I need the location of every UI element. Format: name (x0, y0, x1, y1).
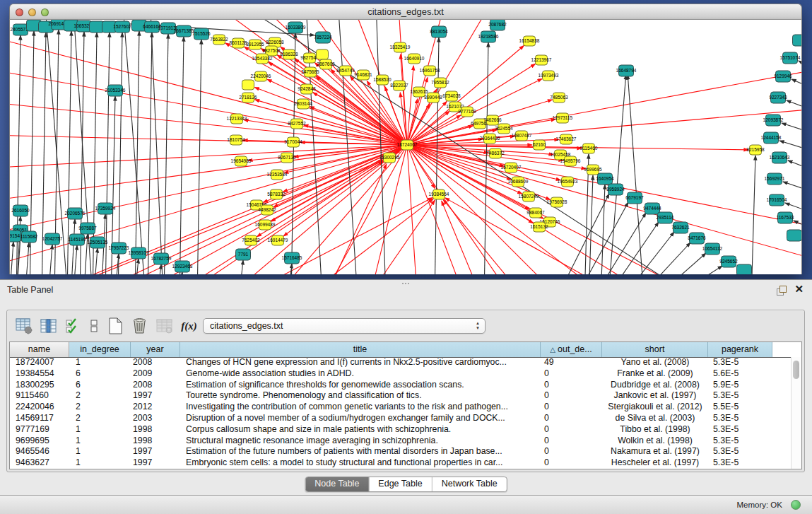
table-selector-dropdown[interactable]: citations_edges.txt ▲▼ (203, 318, 486, 334)
graph-node[interactable]: 17957223 (109, 243, 129, 254)
graph-node[interactable]: 1810754 (227, 135, 245, 145)
graph-node[interactable]: 12505135 (88, 237, 108, 248)
function-builder-icon[interactable]: f(x) (180, 317, 199, 336)
graph-node[interactable]: 19654985 (231, 156, 252, 166)
graph-node[interactable] (793, 35, 802, 46)
close-panel-icon[interactable]: ✕ (794, 284, 804, 295)
delete-table-icon[interactable] (130, 317, 149, 336)
graph-node[interactable]: 19654923 (558, 177, 578, 187)
table-row[interactable]: 911546021997Tourette syndrome. Phenomeno… (10, 390, 792, 402)
graph-node[interactable]: 9146821 (354, 70, 372, 80)
graph-node[interactable]: 16099489 (255, 220, 276, 230)
graph-node[interactable]: 16033809 (286, 22, 306, 33)
table-row[interactable]: 2242004622012Investigating the contribut… (10, 402, 792, 413)
graph-node[interactable]: 2803144 (294, 99, 312, 109)
window-titlebar[interactable]: citations_edges.txt (9, 4, 802, 20)
graph-node[interactable]: 10654112 (702, 243, 723, 255)
graph-node[interactable]: 7857224 (314, 32, 332, 43)
graph-node[interactable]: 9975887 (78, 223, 97, 234)
scrollbar-thumb[interactable] (793, 361, 799, 379)
graph-node[interactable]: 2087682 (488, 20, 507, 30)
table-row[interactable]: 1872400712008Changes of HCN gene express… (10, 357, 792, 368)
graph-node[interactable]: 9129946 (774, 71, 792, 82)
table-row[interactable]: 946362711997Embryonic stem cells: a mode… (10, 457, 792, 469)
graph-node[interactable]: 1115682 (20, 231, 38, 243)
graph-node[interactable]: 1527602 (113, 21, 131, 33)
graph-node[interactable]: 2616050 (11, 205, 30, 216)
graph-node[interactable]: 16648794 (616, 65, 637, 76)
graph-node[interactable]: 1588520 (373, 75, 392, 85)
select-column-icon[interactable] (39, 317, 58, 336)
graph-node[interactable]: 12353584 (267, 170, 288, 180)
graph-node[interactable] (737, 264, 752, 274)
graph-node[interactable]: 12042757 (42, 233, 63, 245)
column-header-indegree[interactable]: in_degree (69, 342, 131, 357)
graph-node[interactable]: 5878332 (267, 189, 286, 199)
column-header-title[interactable]: title (180, 342, 541, 357)
graph-node[interactable]: 9170044 (284, 137, 302, 147)
graph-node[interactable]: 2935114 (657, 212, 674, 223)
graph-node[interactable]: 12213967 (531, 55, 552, 65)
graph-node[interactable]: 8813054 (430, 26, 448, 37)
graph-node[interactable]: 7955812 (431, 78, 449, 88)
graph-node[interactable]: 16154838 (519, 36, 540, 46)
graph-node[interactable]: 15807249 (519, 192, 539, 201)
table-row[interactable]: 1830029562008Estimation of significance … (10, 380, 792, 391)
graph-node[interactable]: 12093872 (763, 115, 784, 126)
graph-node[interactable]: 9777169 (458, 107, 476, 117)
graph-node[interactable]: 15692971 (765, 173, 785, 185)
column-header-short[interactable]: short (602, 342, 708, 357)
graph-node[interactable]: 8322037 (390, 81, 408, 90)
graph-node[interactable]: 16961758 (420, 66, 440, 76)
graph-node[interactable]: 1640954 (596, 173, 614, 185)
row-height-icon[interactable] (88, 317, 100, 336)
graph-node[interactable]: 17359924 (95, 203, 116, 214)
graph-node[interactable]: 7515526 (192, 28, 211, 40)
graph-node[interactable]: 8215958 (746, 145, 765, 155)
graph-node[interactable]: 19218586 (478, 31, 499, 42)
graph-node[interactable]: 3624554 (495, 124, 513, 134)
column-header-name[interactable]: name (10, 342, 69, 357)
graph-node[interactable]: 20206576 (65, 208, 86, 219)
graph-node[interactable]: 8427552 (288, 119, 306, 129)
graph-node[interactable]: 9115460 (580, 144, 598, 153)
graph-node[interactable]: 7625402 (242, 235, 260, 245)
graph-node[interactable]: 12213343 (227, 114, 247, 124)
float-panel-icon[interactable] (777, 286, 787, 295)
tab-edge-table[interactable]: Edge Table (368, 477, 431, 491)
graph-node[interactable]: 10688609 (508, 177, 529, 187)
table-row[interactable]: 946554611997Estimation of the future num… (10, 446, 792, 457)
graph-node[interactable]: 17463627 (556, 134, 577, 144)
graph-node[interactable]: 15716485 (282, 252, 302, 264)
network-canvas[interactable]: 2405571420691406106532571527602646616210… (9, 20, 802, 274)
memory-status-indicator[interactable] (791, 500, 801, 510)
graph-node[interactable]: 16914479 (268, 235, 288, 245)
graph-node[interactable] (242, 80, 254, 90)
column-header-outde[interactable]: △out_de... (541, 342, 602, 357)
graph-node[interactable]: 16782759 (151, 253, 172, 264)
table-settings-icon[interactable] (14, 317, 33, 336)
graph-node[interactable]: 7632621 (671, 222, 690, 233)
graph-node[interactable]: 21053346 (105, 85, 126, 96)
graph-node[interactable]: 10807487 (512, 131, 532, 141)
graph-node[interactable]: 39154 (10, 230, 21, 242)
graph-node[interactable]: 2718126 (239, 93, 257, 103)
graph-node[interactable]: 19495796 (560, 156, 581, 166)
graph-node[interactable]: 17016504 (767, 194, 787, 206)
graph-node[interactable]: 9227343 (769, 92, 787, 103)
graph-node[interactable]: 19756928 (547, 197, 567, 207)
graph-node[interactable]: 9245652 (719, 256, 738, 267)
graph-node[interactable]: 8454749 (336, 66, 355, 76)
graph-node[interactable]: 16210643 (770, 152, 790, 163)
tab-network-table[interactable]: Network Table (432, 477, 507, 491)
graph-node[interactable]: 1167533 (777, 212, 794, 223)
graph-node[interactable]: 12973115 (553, 113, 573, 123)
graph-node[interactable]: 8958924 (606, 184, 625, 195)
graph-node[interactable]: 8186328 (280, 49, 298, 59)
graph-node[interactable] (317, 49, 329, 59)
table-scrollbar[interactable] (791, 357, 801, 469)
select-rows-icon[interactable] (64, 317, 83, 336)
tab-node-table[interactable]: Node Table (305, 477, 368, 491)
column-header-pagerank[interactable]: pagerank (708, 342, 772, 357)
new-table-icon[interactable] (105, 317, 124, 336)
